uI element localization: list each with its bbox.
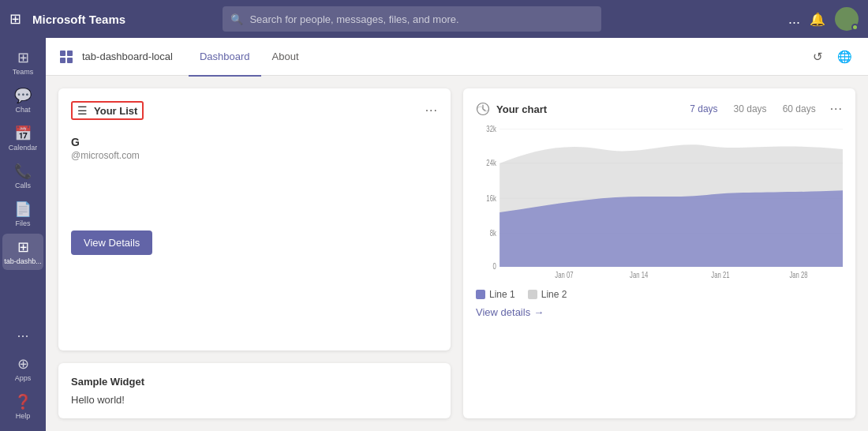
content-area: tab-dashboard-local Dashboard About ↺ 🌐 … <box>46 38 868 431</box>
globe-icon[interactable]: 🌐 <box>834 47 855 67</box>
list-item-name: G <box>71 136 438 148</box>
svg-text:16k: 16k <box>486 194 496 203</box>
main-layout: ⊞ Teams 💬 Chat 📅 Calendar 📞 Calls 📄 File… <box>0 38 868 431</box>
svg-text:24k: 24k <box>486 159 496 167</box>
chart-icon <box>476 102 490 116</box>
sidebar-item-label-chat: Chat <box>15 106 30 114</box>
sidebar-item-files[interactable]: 📄 Files <box>2 196 43 232</box>
list-icon: ☰ <box>77 104 88 117</box>
svg-text:Jan 07: Jan 07 <box>555 272 573 280</box>
sidebar-item-apps[interactable]: ⊕ Apps <box>2 350 43 387</box>
sidebar-item-label-apps: Apps <box>15 374 32 382</box>
widget-title: Sample Widget <box>71 376 438 388</box>
search-input[interactable] <box>249 13 593 25</box>
card-menu-list[interactable]: ··· <box>425 103 438 118</box>
list-item: G @microsoft.com <box>71 129 438 167</box>
view-details-link[interactable]: View details → <box>476 306 843 318</box>
card-menu-chart[interactable]: ··· <box>830 102 843 116</box>
sidebar-item-label-files: Files <box>15 219 30 227</box>
legend-dot-line1 <box>476 290 485 299</box>
tabbar-right-actions: ↺ 🌐 <box>810 47 855 67</box>
sample-widget-card: Sample Widget Hello world! <box>58 363 451 418</box>
card-header-list: ☰ Your List ··· <box>71 101 438 120</box>
period-tab-7days[interactable]: 7 days <box>682 101 725 117</box>
calendar-icon: 📅 <box>14 125 32 142</box>
arrow-icon: → <box>533 306 544 318</box>
more-icon: ··· <box>17 328 28 344</box>
legend-label-line1: Line 1 <box>489 289 515 300</box>
sidebar-item-label-teams: Teams <box>13 68 34 76</box>
legend-item-line1: Line 1 <box>476 289 515 300</box>
sidebar: ⊞ Teams 💬 Chat 📅 Calendar 📞 Calls 📄 File… <box>0 38 46 431</box>
svg-text:Jan 28: Jan 28 <box>789 272 807 280</box>
card-title-area-list: ☰ Your List <box>71 101 144 120</box>
chart-area: 32k 24k 16k 8k 0 <box>476 125 843 283</box>
sidebar-item-label-tab-dashboard: tab-dashb... <box>4 257 42 265</box>
avatar[interactable] <box>835 7 859 31</box>
teams-icon: ⊞ <box>17 49 29 66</box>
tab-dashboard[interactable]: Dashboard <box>189 39 261 77</box>
view-details-text: View details <box>476 306 530 318</box>
sidebar-item-tab-dashboard[interactable]: ⊞ tab-dashb... <box>2 234 43 270</box>
chart-title-area: Your chart <box>476 102 547 116</box>
sidebar-item-calls[interactable]: 📞 Calls <box>2 158 43 194</box>
svg-text:8k: 8k <box>490 229 497 238</box>
sidebar-item-label-calendar: Calendar <box>9 144 38 152</box>
svg-rect-3 <box>67 58 73 63</box>
your-list-card: ☰ Your List ··· G @microsoft.com View De… <box>58 88 451 350</box>
calls-icon: 📞 <box>14 163 32 180</box>
svg-text:Jan 21: Jan 21 <box>711 272 729 280</box>
sidebar-item-calendar[interactable]: 📅 Calendar <box>2 120 43 156</box>
svg-text:32k: 32k <box>486 125 496 133</box>
period-tab-60days[interactable]: 60 days <box>775 101 824 117</box>
sidebar-item-teams[interactable]: ⊞ Teams <box>2 44 43 81</box>
legend-dot-line2 <box>528 290 537 299</box>
apps-icon: ⊕ <box>17 355 29 373</box>
tabbar-logo <box>58 49 74 65</box>
svg-rect-0 <box>60 51 65 56</box>
tab-about[interactable]: About <box>261 39 310 77</box>
left-column: ☰ Your List ··· G @microsoft.com View De… <box>58 88 451 418</box>
svg-text:Jan 14: Jan 14 <box>630 272 648 280</box>
tabbar-app-name: tab-dashboard-local <box>82 51 173 62</box>
legend-label-line2: Line 2 <box>541 289 567 300</box>
legend-item-line2: Line 2 <box>528 289 567 300</box>
widget-body: Hello world! <box>71 394 438 406</box>
sidebar-item-help[interactable]: ❓ Help <box>2 388 43 425</box>
more-options-icon[interactable]: ... <box>788 11 800 28</box>
files-icon: 📄 <box>14 201 32 218</box>
chart-period-tabs: 7 days 30 days 60 days <box>682 101 823 117</box>
svg-rect-2 <box>60 58 65 63</box>
apps-grid-icon[interactable]: ⊞ <box>9 10 21 28</box>
card-title-list: Your List <box>94 105 137 117</box>
chart-header: Your chart 7 days 30 days 60 days ··· <box>476 101 843 117</box>
svg-rect-1 <box>67 51 73 56</box>
list-item-sub: @microsoft.com <box>71 150 438 161</box>
search-bar[interactable]: 🔍 <box>223 6 601 32</box>
notifications-bell-icon[interactable]: 🔔 <box>810 12 825 27</box>
sidebar-item-label-calls: Calls <box>15 182 31 189</box>
sidebar-item-label-help: Help <box>16 412 31 420</box>
period-tab-30days[interactable]: 30 days <box>726 101 775 117</box>
app-title: Microsoft Teams <box>32 13 125 26</box>
sidebar-more-button[interactable]: ··· <box>2 323 43 349</box>
view-details-button[interactable]: View Details <box>71 230 152 255</box>
search-icon: 🔍 <box>230 13 243 25</box>
chart-legend: Line 1 Line 2 <box>476 289 843 300</box>
topbar: ⊞ Microsoft Teams 🔍 ... 🔔 <box>0 0 868 38</box>
chart-title: Your chart <box>496 103 547 115</box>
tab-dashboard-icon: ⊞ <box>17 238 29 256</box>
topbar-right: ... 🔔 <box>788 7 859 31</box>
sidebar-item-chat[interactable]: 💬 Chat <box>2 82 43 118</box>
svg-text:0: 0 <box>493 262 496 271</box>
presence-dot <box>851 24 859 31</box>
right-column: Your chart 7 days 30 days 60 days ··· <box>463 88 855 418</box>
help-icon: ❓ <box>14 393 32 410</box>
chat-icon: 💬 <box>14 87 32 104</box>
panels-area: ☰ Your List ··· G @microsoft.com View De… <box>46 76 868 431</box>
your-chart-card: Your chart 7 days 30 days 60 days ··· <box>463 88 855 418</box>
refresh-icon[interactable]: ↺ <box>810 47 826 67</box>
chart-svg: 32k 24k 16k 8k 0 <box>476 125 843 283</box>
tabbar: tab-dashboard-local Dashboard About ↺ 🌐 <box>46 38 868 76</box>
